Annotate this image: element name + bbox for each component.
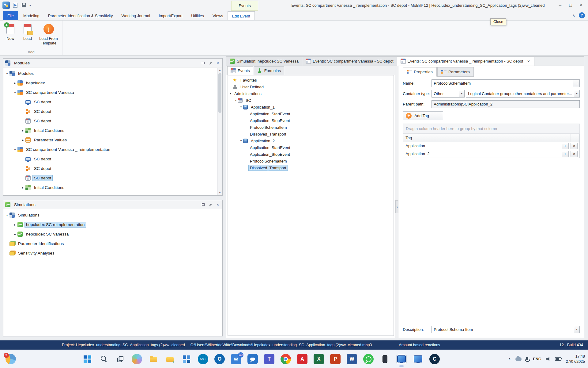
tree-item-sensitivity-analyses[interactable]: Sensitivity Analyses bbox=[3, 248, 222, 258]
mobi-app-icon[interactable] bbox=[2, 2, 10, 9]
tree-item-parameter-identifications[interactable]: Parameter Identifications bbox=[3, 239, 222, 248]
camtasia-button[interactable]: C bbox=[429, 354, 440, 364]
tree-item-sc-depot[interactable]: SC depot bbox=[3, 164, 222, 173]
name-ellipsis-button[interactable]: … bbox=[573, 79, 580, 87]
dell-app-button[interactable]: DELL bbox=[198, 354, 208, 364]
properties-tab-parameters[interactable]: Parameters bbox=[437, 67, 474, 77]
float-panel-button[interactable] bbox=[200, 202, 206, 207]
office-button[interactable] bbox=[181, 354, 192, 364]
collapse-panel-button[interactable]: ‹ bbox=[395, 200, 398, 213]
copilot-button[interactable] bbox=[132, 354, 142, 364]
modules-scrollbar[interactable]: ▴ ▾ bbox=[217, 68, 222, 195]
ribbon-tab-utilities[interactable]: Utilities bbox=[187, 11, 208, 20]
tree-item-protocolschemaitem[interactable]: ProtocolSchemaItem bbox=[228, 158, 394, 164]
tree-item-user-defined[interactable]: User Defined bbox=[228, 83, 394, 90]
expander-icon[interactable]: ▾ bbox=[5, 213, 9, 217]
tree-item-sc-depot[interactable]: SC depot bbox=[3, 173, 222, 183]
file-explorer-button[interactable] bbox=[148, 354, 159, 364]
tree-item-hepcludex-sc-vanessa[interactable]: ▸hepcludex SC Vanessa bbox=[3, 229, 222, 239]
ribbon-tab-edit-event[interactable]: Edit Event bbox=[228, 11, 255, 20]
pin-panel-button[interactable] bbox=[208, 60, 213, 66]
tree-item-simulations[interactable]: ▾Simulations bbox=[3, 210, 222, 220]
expander-icon[interactable]: ▾ bbox=[228, 92, 233, 95]
downloads-folder-button[interactable] bbox=[165, 354, 175, 364]
expander-icon[interactable]: ▸ bbox=[21, 138, 25, 142]
document-tab-events-sc-compartment-vanessa-sc-depot[interactable]: Events: SC compartment Vanessa - SC depo… bbox=[302, 57, 397, 66]
start-button[interactable] bbox=[82, 354, 92, 364]
tree-item-sc-depot[interactable]: SC depot bbox=[3, 97, 222, 107]
word-button[interactable]: W bbox=[347, 354, 357, 364]
add-tag-button[interactable]: + Add Tag bbox=[403, 111, 443, 120]
expander-icon[interactable]: ▸ bbox=[21, 129, 25, 132]
ribbon-button-new[interactable]: New bbox=[2, 22, 19, 42]
tree-item-application-1[interactable]: ▾Application_1 bbox=[228, 104, 394, 110]
tree-item-application-startevent[interactable]: Application_StartEvent bbox=[228, 144, 394, 151]
widgets-button[interactable]: 2 bbox=[6, 354, 16, 364]
tree-item-sc[interactable]: ▾SC bbox=[228, 97, 394, 104]
expander-icon[interactable]: ▸ bbox=[13, 232, 17, 236]
close-button[interactable]: × bbox=[576, 1, 586, 10]
tree-item-sc-compartment-vanessa-reimplementation[interactable]: ▾SC compartment Vanessa _ reimplementati… bbox=[3, 145, 222, 154]
float-panel-button[interactable] bbox=[200, 60, 206, 66]
battery-icon[interactable] bbox=[555, 357, 561, 361]
close-panel-button[interactable]: × bbox=[215, 202, 221, 207]
tree-item-dissolved-transport[interactable]: Dissolved_Transport bbox=[228, 131, 394, 137]
ribbon-button-load-from-template[interactable]: Load From Template bbox=[36, 22, 61, 46]
language-indicator[interactable]: ENG bbox=[533, 357, 541, 361]
help-button[interactable]: ? bbox=[579, 12, 585, 18]
search-button[interactable] bbox=[99, 354, 109, 364]
group-by-bar[interactable]: Drag a column header here to group by th… bbox=[403, 124, 580, 134]
chat-button[interactable] bbox=[247, 354, 258, 364]
tree-item-initial-conditions[interactable]: ▸Initial Conditions bbox=[3, 183, 222, 192]
expander-icon[interactable]: ▾ bbox=[234, 99, 238, 102]
remove-tag-row-button[interactable]: × bbox=[571, 151, 578, 157]
name-input[interactable] bbox=[432, 79, 573, 87]
parent-path-input[interactable] bbox=[432, 100, 580, 108]
tree-item-sc-depot[interactable]: SC depot bbox=[3, 116, 222, 126]
expander-icon[interactable]: ▾ bbox=[239, 105, 243, 109]
tray-overflow-icon[interactable]: ∧ bbox=[508, 357, 511, 361]
tree-item-sc-depot[interactable]: SC depot bbox=[3, 107, 222, 116]
expander-icon[interactable]: ▸ bbox=[21, 186, 25, 189]
open-icon[interactable] bbox=[12, 2, 18, 8]
remote-desktop-button[interactable] bbox=[413, 354, 423, 364]
maximize-button[interactable]: □ bbox=[565, 1, 576, 10]
editor-tab-formulas[interactable]: Formulas bbox=[254, 66, 284, 75]
tree-item-application-startevent[interactable]: Application_StartEvent bbox=[228, 110, 394, 117]
tree-item-application-stopevent[interactable]: Application_StopEvent bbox=[228, 151, 394, 158]
chrome-button[interactable] bbox=[281, 354, 291, 364]
phone-link-button[interactable] bbox=[380, 354, 390, 364]
tree-item-sc-depot[interactable]: SC depot bbox=[3, 154, 222, 164]
whatsapp-button[interactable] bbox=[363, 354, 374, 364]
add-tag-row-button[interactable]: + bbox=[562, 151, 569, 157]
ribbon-tab-views[interactable]: Views bbox=[208, 11, 227, 20]
volume-icon[interactable] bbox=[546, 357, 550, 361]
tree-item-application-2[interactable]: ▾Application_2 bbox=[228, 137, 394, 144]
tree-item-administrations[interactable]: ▾Administrations bbox=[228, 90, 394, 97]
ribbon-tab-file[interactable]: File bbox=[3, 11, 18, 20]
tree-item-parameter-values[interactable]: ▸Parameter Values bbox=[3, 135, 222, 145]
expander-icon[interactable]: ▾ bbox=[5, 72, 9, 75]
tree-item-protocolschemaitem[interactable]: ProtocolSchemaItem bbox=[228, 124, 394, 131]
ribbon-tab-modeling[interactable]: Modeling bbox=[19, 11, 44, 20]
ribbon-tab-working-journal[interactable]: Working Journal bbox=[117, 11, 154, 20]
mobi-window-button[interactable] bbox=[396, 354, 407, 364]
tree-item-application-stopevent[interactable]: Application_StopEvent bbox=[228, 117, 394, 124]
collapse-ribbon-icon[interactable]: ∧ bbox=[572, 13, 575, 18]
onedrive-icon[interactable] bbox=[515, 357, 522, 361]
tree-item-sc-compartment-vanessa[interactable]: ▾SC compartment Vanessa bbox=[3, 88, 222, 97]
ribbon-button-load[interactable]: Load bbox=[19, 22, 36, 42]
description-select[interactable]: Protocol Schema Item ▾ bbox=[432, 326, 580, 333]
ribbon-tab-import-export[interactable]: Import/Export bbox=[154, 11, 187, 20]
expander-icon[interactable]: ▸ bbox=[13, 81, 17, 85]
scroll-down-button[interactable]: ▾ bbox=[218, 190, 222, 195]
tree-item-initial-conditions[interactable]: ▸Initial Conditions bbox=[3, 126, 222, 135]
expander-icon[interactable]: ▾ bbox=[13, 91, 17, 94]
excel-button[interactable]: X bbox=[314, 354, 324, 364]
scroll-up-button[interactable]: ▴ bbox=[218, 68, 222, 72]
clock[interactable]: 17:48 27/07/2025 bbox=[566, 354, 585, 364]
splitter[interactable]: ‹ bbox=[395, 66, 398, 338]
editor-tab-events[interactable]: Events bbox=[227, 66, 253, 75]
expander-icon[interactable]: ▸ bbox=[13, 223, 17, 226]
expander-icon[interactable]: ▾ bbox=[239, 139, 243, 142]
